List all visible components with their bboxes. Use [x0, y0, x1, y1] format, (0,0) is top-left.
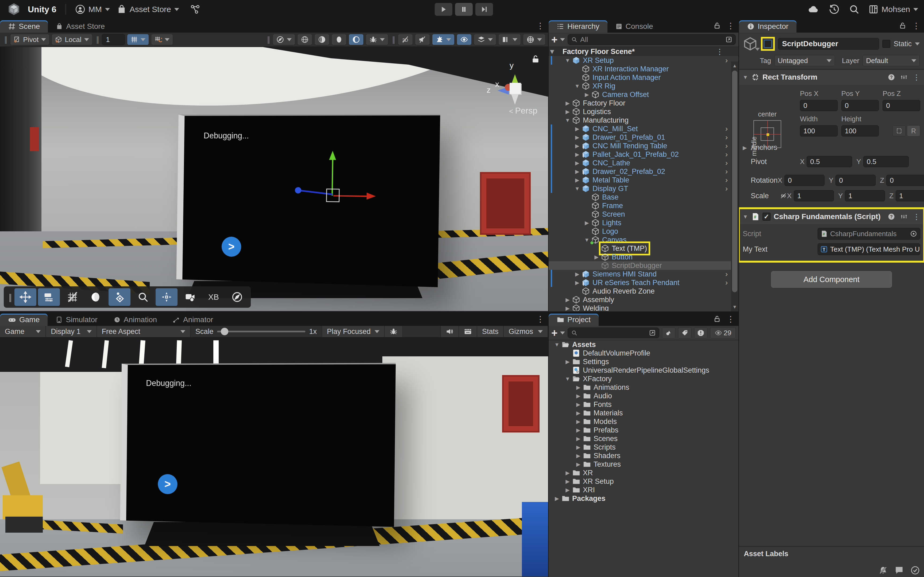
play-button[interactable] [435, 3, 452, 16]
aspect-dropdown[interactable]: Free Aspect [97, 326, 191, 337]
add-component-button[interactable]: Add Component [771, 271, 892, 288]
prefab-open-arrow[interactable]: › [725, 167, 728, 176]
kebab-icon[interactable]: ⋮ [913, 73, 920, 82]
expand-search-icon[interactable] [649, 329, 656, 336]
expand-toggle-icon[interactable]: ▶ [574, 384, 583, 390]
prefab-open-arrow[interactable]: › [725, 176, 728, 184]
script-object-field[interactable]: # CsharpFundamentals [817, 228, 920, 240]
game-viewport[interactable]: Debugging... > [0, 338, 548, 577]
expand-toggle-icon[interactable]: ▶ [574, 393, 583, 399]
cloud-icon[interactable] [808, 3, 819, 15]
drag-handle[interactable]: || [3, 35, 8, 44]
presets-icon[interactable] [900, 213, 908, 220]
expand-toggle-icon[interactable]: ▶ [582, 219, 591, 226]
expand-toggle-icon[interactable]: ▼ [563, 117, 572, 123]
expand-toggle-icon[interactable]: ▶ [563, 358, 572, 365]
tab-game[interactable]: Game [0, 314, 48, 326]
expand-toggle-icon[interactable]: ▶ [574, 444, 583, 450]
search-icon[interactable] [849, 4, 859, 15]
notifications-muted-icon[interactable] [879, 566, 888, 575]
search-by-type-button[interactable] [662, 327, 675, 338]
kebab-icon[interactable]: ⋮ [536, 314, 544, 324]
pos-z-field[interactable]: 0 [882, 100, 920, 111]
component-enabled-checkbox[interactable]: ✓ [762, 213, 771, 221]
hierarchy-item[interactable]: ▶Drawer_01_Prefab_01› [549, 133, 738, 142]
kebab-icon[interactable]: ⋮ [913, 212, 920, 221]
asset-store-menu[interactable]: Asset Store [117, 5, 179, 14]
expand-toggle-icon[interactable]: ▶ [574, 418, 583, 425]
kebab-icon[interactable]: ⋮ [912, 21, 920, 31]
presets-icon[interactable] [900, 74, 908, 81]
step-button[interactable] [475, 3, 493, 16]
tab-project[interactable]: Project [549, 314, 599, 326]
script-component-header[interactable]: ▼ # ✓ Csharp Fundamentals (Script) ? ⋮ [739, 209, 924, 224]
expand-toggle-icon[interactable]: ▶ [574, 461, 583, 467]
expand-toggle-icon[interactable]: ▼ [573, 185, 582, 192]
camera-tool-button[interactable] [179, 288, 201, 306]
2d-toggle-button[interactable]: 2D [398, 34, 413, 45]
expand-toggle-icon[interactable]: ▶ [574, 401, 583, 408]
help-icon[interactable]: ? [888, 73, 895, 81]
help-icon[interactable]: ? [888, 213, 895, 221]
prefab-open-arrow[interactable]: › [725, 150, 728, 159]
project-search-input[interactable] [568, 327, 659, 338]
hierarchy-item[interactable]: Logo [549, 227, 738, 235]
prefab-open-arrow[interactable]: › [725, 133, 728, 142]
layers-dropdown[interactable] [474, 34, 496, 45]
project-item[interactable]: ▼Assets [549, 340, 738, 349]
hidden-packages-button[interactable] [694, 327, 708, 338]
mytext-object-field[interactable]: T Text (TMP) (Text Mesh Pro UGUI) [817, 243, 920, 255]
hierarchy-item[interactable]: Text (TMP) [549, 244, 738, 253]
hierarchy-item[interactable]: ScriptDebugger [549, 261, 738, 270]
scroll-down-icon[interactable]: ▼ [731, 304, 738, 310]
rotation-y-field[interactable]: 0 [835, 175, 876, 186]
hierarchy-item[interactable]: Frame [549, 201, 738, 210]
hierarchy-item[interactable]: Input Action Manager [549, 73, 738, 82]
chevron-down-icon[interactable] [755, 48, 760, 51]
project-item[interactable]: ▶Prefabs [549, 426, 738, 434]
anchor-preset-widget[interactable]: center middle [744, 110, 784, 148]
tab-animator[interactable]: Animator [165, 314, 221, 326]
audio-toggle-button[interactable] [415, 34, 430, 45]
expand-toggle-icon[interactable]: ▶ [573, 177, 582, 183]
expand-toggle-icon[interactable]: ▼ [563, 57, 572, 64]
lock-icon[interactable] [899, 22, 906, 29]
expand-toggle-icon[interactable]: ▶ [573, 279, 582, 286]
prefab-open-arrow[interactable]: › [725, 270, 728, 278]
rotation-z-field[interactable]: 0 [886, 175, 924, 186]
expand-toggle-icon[interactable]: ▶ [574, 453, 583, 459]
expand-toggle-icon[interactable]: ▶ [563, 305, 572, 311]
visibility-count[interactable]: 29 [710, 327, 736, 338]
scene-viewport[interactable]: Debugging... > y x z [0, 47, 548, 311]
expand-toggle-icon[interactable]: ▶ [563, 100, 572, 106]
kebab-icon[interactable]: ⋮ [716, 47, 724, 56]
pos-y-field[interactable]: 0 [842, 100, 879, 111]
pos-x-field[interactable]: 0 [800, 100, 838, 111]
shading-solid-button[interactable] [331, 34, 347, 45]
debug-bug-button[interactable] [385, 326, 403, 337]
properties-tool-button[interactable] [38, 288, 60, 306]
chevron-down-icon[interactable] [560, 332, 565, 334]
check-circle-icon[interactable] [911, 566, 920, 575]
hierarchy-item[interactable]: ▶Lights [549, 219, 738, 227]
expand-toggle-icon[interactable]: ▶ [574, 410, 583, 416]
xb-tool-button[interactable]: XB [203, 288, 225, 306]
effects-dropdown[interactable] [432, 34, 454, 45]
width-field[interactable]: 100 [800, 125, 838, 137]
kebab-icon[interactable]: ⋮ [536, 21, 544, 31]
tab-scene[interactable]: Scene [0, 20, 48, 32]
chat-icon[interactable] [895, 566, 904, 575]
hierarchy-item[interactable]: XR Interaction Manager [549, 64, 738, 73]
project-item[interactable]: ▶Audio [549, 392, 738, 400]
project-item[interactable]: ▶Fonts [549, 400, 738, 409]
hierarchy-item[interactable]: ▼Manufacturing [549, 116, 738, 124]
gizmos-dropdown[interactable]: Gizmos [504, 326, 548, 337]
hierarchy-item[interactable]: ▶Metal Table› [549, 176, 738, 184]
project-item[interactable]: ▶Animations [549, 383, 738, 392]
hierarchy-item[interactable]: ▶Camera Offset [549, 90, 738, 99]
scroll-up-icon[interactable]: ▲ [731, 63, 738, 69]
debug-draw-button[interactable] [366, 34, 388, 45]
expand-toggle-icon[interactable]: ▼ [563, 376, 572, 382]
anchor-tool-button[interactable] [156, 288, 178, 306]
prefab-open-arrow[interactable]: › [725, 56, 728, 64]
